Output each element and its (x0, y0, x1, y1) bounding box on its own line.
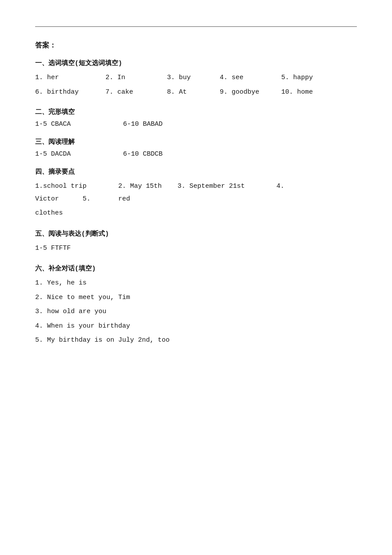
section-5-heading: 五、阅读与表达(判断式) (35, 230, 357, 238)
answer-6-birthday: 6. birthday (35, 86, 105, 98)
answer-8-at: 8. At (167, 86, 220, 98)
section-5-row: 1-5 FTFTF (35, 242, 357, 255)
section-1-row-2: 6. birthday 7. cake 8. At 9. goodbye 10.… (35, 86, 357, 98)
answer-1-her: 1. her (35, 72, 105, 84)
section-6-item-5: 5. My birthday is on July 2nd, too (35, 334, 357, 347)
section-3-col2: 6-10 CBDCB (123, 150, 163, 158)
section-4: 四、摘录要点 1.school trip 2. May 15th 3. Sept… (35, 168, 357, 220)
section-2-col1: 1-5 CBACA (35, 120, 123, 128)
answer-3-buy: 3. buy (167, 72, 220, 84)
answer-9-goodbye: 9. goodbye (220, 86, 281, 98)
section-6-item-3: 3. how old are you (35, 306, 357, 318)
answer-10-home: 10. home (281, 86, 334, 98)
section-4-heading: 四、摘录要点 (35, 168, 357, 176)
section-2-col2: 6-10 BABAD (123, 120, 163, 128)
section-6-item-1: 1. Yes, he is (35, 277, 357, 290)
top-divider (35, 26, 357, 27)
section-6-item-4: 4. When is your birthday (35, 320, 357, 333)
section-2-heading: 二、完形填空 (35, 108, 357, 116)
section-3-heading: 三、阅读理解 (35, 138, 357, 146)
section-6: 六、补全对话(填空) 1. Yes, he is 2. Nice to meet… (35, 264, 357, 347)
s4-item1: 1.school trip 2. May 15th 3. September 2… (35, 183, 284, 203)
section-1-heading: 一、选词填空(短文选词填空) (35, 59, 357, 67)
section-1: 一、选词填空(短文选词填空) 1. her 2. In 3. buy 4. se… (35, 59, 357, 98)
section-4-row2: clothes (35, 207, 357, 220)
section-3: 三、阅读理解 1-5 DACDA 6-10 CBDCB (35, 138, 357, 158)
answer-7-cake: 7. cake (105, 86, 167, 98)
section-3-row: 1-5 DACDA 6-10 CBDCB (35, 150, 357, 158)
page: 答案： 一、选词填空(短文选词填空) 1. her 2. In 3. buy 4… (0, 0, 392, 555)
answer-5-happy: 5. happy (281, 72, 334, 84)
section-6-item-2: 2. Nice to meet you, Tim (35, 292, 357, 304)
section-1-row-1: 1. her 2. In 3. buy 4. see 5. happy (35, 72, 357, 84)
section-5: 五、阅读与表达(判断式) 1-5 FTFTF (35, 230, 357, 255)
section-4-row1: 1.school trip 2. May 15th 3. September 2… (35, 180, 357, 205)
section-3-col1: 1-5 DACDA (35, 150, 123, 158)
section-2-row: 1-5 CBACA 6-10 BABAD (35, 120, 357, 128)
answer-2-in: 2. In (105, 72, 167, 84)
section-6-heading: 六、补全对话(填空) (35, 264, 357, 273)
main-title: 答案： (35, 41, 357, 50)
answer-4-see: 4. see (220, 72, 281, 84)
section-2: 二、完形填空 1-5 CBACA 6-10 BABAD (35, 108, 357, 128)
